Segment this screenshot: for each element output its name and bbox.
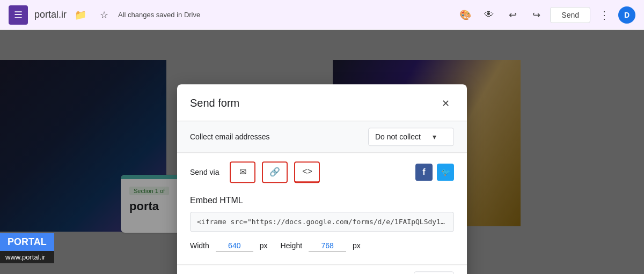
facebook-icon: f (422, 167, 425, 177)
modal-footer: Cancel Copy (177, 264, 467, 274)
embed-code-display[interactable]: <iframe src="https://docs.google.com/for… (190, 212, 454, 232)
palette-icon[interactable]: 🎨 (456, 5, 475, 25)
portal-label: PORTAL (0, 233, 54, 251)
twitter-share-button[interactable]: 🐦 (437, 164, 454, 181)
collect-dropdown[interactable]: Do not collect ▾ (368, 128, 454, 146)
height-unit: px (353, 241, 361, 250)
embed-title: Embed HTML (190, 196, 454, 205)
chevron-down-icon: ▾ (433, 132, 436, 141)
facebook-share-button[interactable]: f (415, 164, 433, 181)
saved-status: All changes saved in Drive (118, 11, 200, 19)
collect-email-label: Collect email addresses (190, 132, 270, 141)
avatar[interactable]: D (618, 6, 635, 24)
redo-icon[interactable]: ↪ (526, 5, 546, 25)
send-via-row: Send via ✉ 🔗 <> f 🐦 (177, 153, 467, 191)
embed-section: Embed HTML <iframe src="https://docs.goo… (177, 191, 467, 264)
width-unit: px (260, 241, 268, 250)
preview-icon[interactable]: 👁 (479, 5, 499, 25)
email-icon: ✉ (239, 167, 246, 177)
collect-dropdown-value: Do not collect (375, 132, 421, 141)
height-input[interactable] (309, 240, 346, 251)
send-button[interactable]: Send (550, 7, 590, 23)
email-tab[interactable]: ✉ (230, 161, 255, 183)
height-label: Height (281, 241, 302, 250)
app-title: portal.ir (34, 9, 67, 20)
width-input[interactable] (216, 240, 253, 251)
twitter-icon: 🐦 (441, 168, 450, 176)
more-options-icon[interactable]: ⋮ (595, 5, 614, 25)
modal-title: Send form (190, 97, 239, 109)
send-via-label: Send via (190, 168, 219, 176)
collect-email-row: Collect email addresses Do not collect ▾ (177, 121, 467, 153)
dimensions-row: Width px Height px (190, 240, 454, 251)
undo-icon[interactable]: ↩ (503, 5, 522, 25)
code-icon: <> (302, 167, 312, 176)
portal-url: www.portal.ir (0, 251, 54, 263)
link-icon: 🔗 (269, 167, 280, 177)
send-form-modal: Send form ✕ Collect email addresses Do n… (177, 84, 467, 274)
modal-header: Send form ✕ (177, 84, 467, 121)
social-share-buttons: f 🐦 (415, 164, 454, 181)
toolbar: ☰ portal.ir 📁 ☆ All changes saved in Dri… (0, 0, 644, 30)
folder-icon[interactable]: 📁 (71, 5, 90, 25)
link-tab[interactable]: 🔗 (262, 161, 288, 183)
cancel-button[interactable]: Cancel (369, 272, 410, 274)
close-button[interactable]: ✕ (437, 95, 454, 112)
width-label: Width (190, 241, 209, 250)
embed-tab[interactable]: <> (294, 161, 320, 183)
copy-button[interactable]: Copy (414, 271, 454, 274)
menu-icon[interactable]: ☰ (9, 5, 28, 25)
portal-watermark: PORTAL www.portal.ir (0, 233, 54, 263)
star-icon[interactable]: ☆ (94, 5, 114, 25)
